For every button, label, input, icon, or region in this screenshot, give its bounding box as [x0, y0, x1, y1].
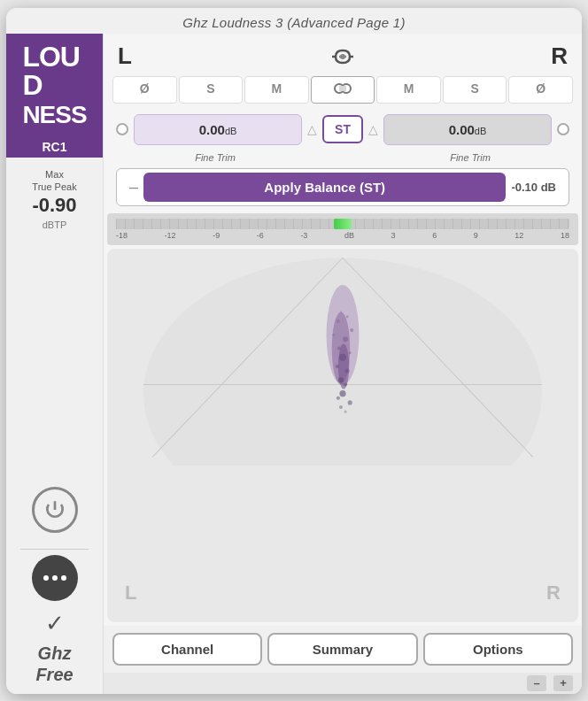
apply-balance-button[interactable]: Apply Balance (ST) [143, 173, 506, 202]
svg-point-31 [344, 410, 347, 412]
main-content: L [104, 34, 582, 694]
link-icon[interactable] [327, 41, 359, 73]
svg-point-28 [337, 396, 340, 399]
meter-section: -18 -12 -9 -6 -3 dB 3 6 9 12 18 [107, 213, 578, 245]
right-trim-label: Fine Trim [389, 152, 552, 163]
rc1-badge: RC1 [6, 136, 103, 158]
vectorscope: L R [107, 249, 578, 622]
vector-right-label: R [546, 582, 561, 605]
minus-button[interactable]: – [527, 675, 546, 691]
right-trim-knob[interactable] [557, 123, 569, 135]
vector-left-label: L [125, 582, 136, 605]
right-trim-display: 0.00dB [383, 114, 552, 145]
bottom-buttons: Channel Summary Options [104, 626, 582, 673]
svg-point-18 [332, 333, 335, 335]
balance-dash: – [129, 178, 138, 196]
svg-point-15 [346, 315, 349, 318]
check-icon[interactable]: ✓ [45, 610, 65, 637]
plugin-container: Ghz Loudness 3 (Advanced Page 1) LOUDNES… [6, 8, 582, 694]
dot3 [61, 575, 66, 581]
left-trim-label: Fine Trim [134, 152, 297, 163]
summary-button[interactable]: Summary [267, 633, 417, 666]
svg-point-19 [343, 336, 348, 342]
max-true-peak: Max True Peak -0.90 dBTP [32, 165, 76, 235]
dots-button[interactable] [32, 555, 78, 601]
svg-point-16 [340, 311, 342, 312]
mute-right-btn[interactable]: M [376, 76, 441, 104]
dot1 [43, 575, 49, 581]
link-center [171, 41, 514, 73]
svg-point-20 [337, 346, 341, 350]
meter-label-10: 18 [561, 231, 569, 240]
st-button[interactable]: ST [322, 115, 363, 143]
svg-point-27 [339, 390, 345, 397]
right-trim-triangle: △ [368, 122, 378, 136]
left-trim-display: 0.00dB [134, 114, 302, 145]
svg-point-30 [339, 404, 343, 408]
balance-value: -0.10 dB [511, 181, 556, 194]
meter-label-9: 12 [514, 231, 523, 240]
left-trim-triangle: △ [307, 122, 317, 136]
svg-point-14 [337, 319, 340, 322]
dot2 [52, 575, 58, 581]
solo-left-btn[interactable]: S [179, 76, 244, 104]
meter-indicator [334, 219, 352, 229]
phase-right-btn[interactable]: Ø [508, 76, 573, 104]
meter-bar [116, 219, 569, 229]
footer-bar: – + [104, 673, 582, 694]
svg-rect-6 [339, 86, 346, 91]
meter-label-4: -6 [257, 231, 264, 240]
main-body: LOUDNESS RC1 Max True Peak -0.90 dBTP [6, 34, 582, 694]
meter-label-db: dB [344, 231, 354, 240]
plus-button[interactable]: + [553, 675, 573, 691]
phase-left-btn[interactable]: Ø [112, 76, 177, 104]
svg-point-26 [344, 382, 347, 386]
svg-point-24 [345, 368, 350, 373]
plugin-title: Ghz Loudness 3 (Advanced Page 1) [182, 15, 405, 30]
left-trim-knob[interactable] [116, 123, 128, 135]
divider [20, 549, 88, 550]
lr-header: L [104, 34, 582, 76]
ghz-free-label: GhzFree [35, 643, 73, 685]
svg-point-17 [350, 328, 353, 332]
sidebar: LOUDNESS RC1 Max True Peak -0.90 dBTP [6, 34, 104, 694]
logo-box: LOUDNESS [6, 34, 103, 136]
svg-point-1 [340, 54, 345, 59]
meter-label-3: -9 [213, 231, 220, 240]
controls-row: Ø S M M S Ø [104, 76, 582, 104]
trim-labels-row: Fine Trim Fine Trim [104, 152, 582, 163]
balance-row: – Apply Balance (ST) -0.10 dB [116, 168, 569, 206]
svg-point-25 [338, 377, 344, 382]
meter-label-7: 6 [432, 231, 437, 240]
logo-text: LOUDNESS [22, 42, 86, 127]
mute-left-btn[interactable]: M [244, 76, 309, 104]
svg-point-23 [336, 364, 339, 367]
options-button[interactable]: Options [423, 633, 573, 666]
link-btn[interactable] [311, 76, 375, 104]
solo-right-btn[interactable]: S [443, 76, 507, 104]
title-bar: Ghz Loudness 3 (Advanced Page 1) [6, 8, 582, 34]
power-button[interactable] [32, 487, 78, 533]
right-channel-label: R [514, 42, 568, 70]
meter-label-5: -3 [300, 231, 307, 240]
logo-line1: LOUDNESS [22, 41, 86, 129]
trim-row: 0.00dB △ ST △ 0.00dB [104, 111, 582, 149]
svg-point-29 [348, 400, 352, 404]
channel-button[interactable]: Channel [112, 633, 262, 666]
meter-labels: -18 -12 -9 -6 -3 dB 3 6 9 12 18 [116, 229, 569, 240]
svg-point-21 [349, 351, 352, 354]
vectorscope-svg [107, 249, 578, 466]
meter-label-6: 3 [391, 231, 396, 240]
meter-label-2: -12 [165, 231, 176, 240]
meter-label-8: 9 [474, 231, 478, 240]
svg-point-22 [339, 353, 346, 360]
meter-label-1: -18 [116, 231, 128, 240]
left-channel-label: L [118, 42, 171, 70]
